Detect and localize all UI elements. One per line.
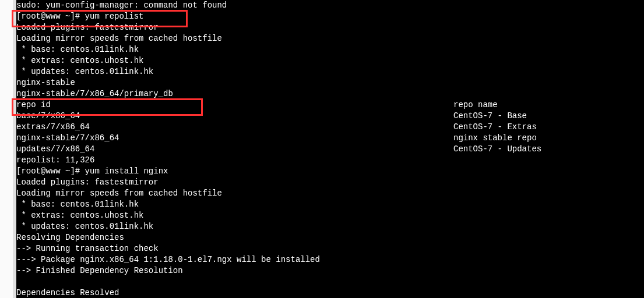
repo-name-header: repo name <box>453 100 644 111</box>
repo-name: CentOS-7 - Extras <box>453 122 644 133</box>
repo-name: nginx stable repo <box>453 133 644 144</box>
left-gutter <box>0 0 16 298</box>
terminal-line: nginx-stable/7/x86_64/primary_db <box>16 88 644 100</box>
repo-id: nginx-stable/7/x86_64 <box>16 133 453 144</box>
terminal-line: * extras: centos.uhost.hk <box>16 55 644 66</box>
terminal-line: * base: centos.01link.hk <box>16 199 644 210</box>
repo-id: updates/7/x86_64 <box>16 144 453 155</box>
repo-row: updates/7/x86_64 CentOS-7 - Updates <box>16 144 644 155</box>
terminal-line: --> Running transaction check <box>16 243 644 254</box>
terminal-line: Loading mirror speeds from cached hostfi… <box>16 33 644 44</box>
gutter-inner <box>13 0 16 298</box>
repo-name: CentOS-7 - Base <box>453 111 644 122</box>
terminal-line: repolist: 11,326 <box>16 155 644 166</box>
terminal-line: Resolving Dependencies <box>16 232 644 243</box>
repo-row: extras/7/x86_64 CentOS-7 - Extras <box>16 122 644 133</box>
repo-id-header: repo id <box>16 100 453 111</box>
terminal-line: [root@www ~]# yum install nginx <box>16 166 644 177</box>
terminal-line: Loaded plugins: fastestmirror <box>16 177 644 188</box>
terminal-output: sudo: yum-config-manager: command not fo… <box>0 0 644 298</box>
terminal-line: [root@www ~]# yum repolist <box>16 11 644 22</box>
repo-name: CentOS-7 - Updates <box>453 144 644 155</box>
repo-header-row: repo id repo name <box>16 100 644 111</box>
repo-id: extras/7/x86_64 <box>16 122 453 133</box>
terminal-line: Dependencies Resolved <box>16 288 644 298</box>
terminal-line: * updates: centos.01link.hk <box>16 221 644 232</box>
repo-row: base/7/x86_64 CentOS-7 - Base <box>16 111 644 122</box>
terminal-line: * updates: centos.01link.hk <box>16 66 644 77</box>
terminal-line: Loading mirror speeds from cached hostfi… <box>16 188 644 199</box>
terminal-line: * base: centos.01link.hk <box>16 44 644 55</box>
terminal-line <box>16 276 644 288</box>
terminal-line: sudo: yum-config-manager: command not fo… <box>16 0 644 11</box>
repo-row: nginx-stable/7/x86_64 nginx stable repo <box>16 133 644 144</box>
terminal-line: ---> Package nginx.x86_64 1:1.18.0-1.el7… <box>16 254 644 265</box>
terminal-line: Loaded plugins: fastestmirror <box>16 22 644 33</box>
repo-id: base/7/x86_64 <box>16 111 453 122</box>
terminal-line: nginx-stable <box>16 77 644 88</box>
terminal-line: * extras: centos.uhost.hk <box>16 210 644 221</box>
terminal-line: --> Finished Dependency Resolution <box>16 265 644 276</box>
